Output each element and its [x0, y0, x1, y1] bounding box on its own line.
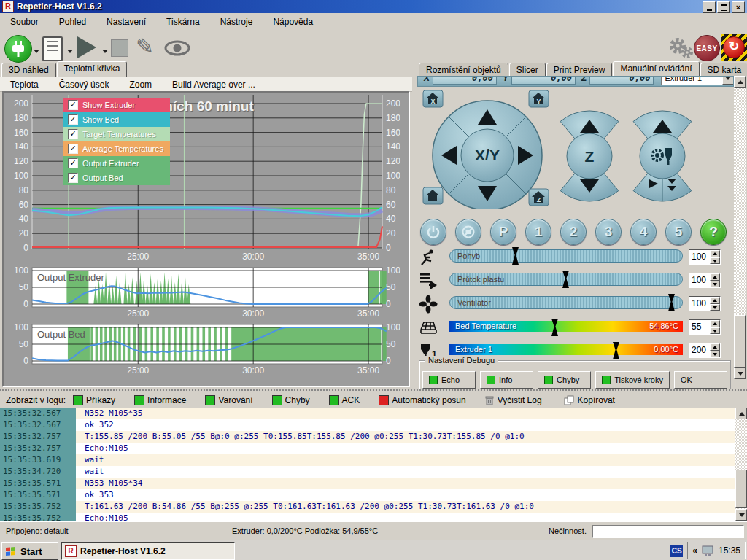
chart-menu-item[interactable]: Build Average over ... [162, 79, 266, 90]
debug-toggle-echo[interactable]: Echo [422, 371, 476, 389]
legend-checkbox[interactable]: ✓ [68, 100, 78, 110]
connect-button[interactable] [4, 35, 32, 63]
preset-4-button[interactable]: 4 [630, 219, 657, 245]
menu-item-nastaven-[interactable]: Nastavení [96, 15, 156, 29]
log-scroll-up[interactable] [735, 408, 747, 419]
spinner-arrows[interactable] [710, 320, 720, 334]
spinner-arrows[interactable] [710, 343, 720, 357]
value-spinner[interactable]: 100 [689, 296, 721, 311]
tray-collapse-button[interactable]: « [692, 545, 697, 556]
tab-rozm-st-n-objekt-[interactable]: Rozmístění objektů [419, 63, 508, 77]
legend-checkbox[interactable]: ✓ [68, 173, 78, 183]
legend-checkbox[interactable]: ✓ [68, 114, 78, 125]
log-toggle-varov-n-[interactable]: Varování [205, 395, 252, 405]
debug-toggle-ok[interactable]: OK [674, 371, 727, 389]
value-spinner[interactable]: 200 [689, 343, 721, 358]
close-button[interactable]: × [732, 1, 745, 13]
slider-thumb[interactable] [512, 247, 519, 265]
slider-thumb[interactable] [551, 319, 558, 336]
display-tray-icon[interactable] [702, 545, 715, 556]
tab-print-preview[interactable]: Print Preview [546, 63, 613, 77]
load-dropdown-arrow[interactable] [67, 50, 73, 53]
power-button[interactable] [420, 219, 446, 245]
log-toggle-chyby[interactable]: Chyby [272, 395, 310, 405]
slider-track[interactable]: Bed Temperature54,86°C [449, 321, 683, 332]
emergency-stop-button[interactable]: ↻ [721, 34, 747, 61]
scroll-down-button[interactable] [734, 368, 746, 379]
eye-icon[interactable] [163, 39, 191, 60]
chevron-down-icon[interactable] [722, 76, 734, 85]
legend-item[interactable]: ✓Show Bed [63, 112, 170, 127]
debug-toggle-chyby[interactable]: Chyby [538, 371, 591, 389]
tab-sd-karta[interactable]: SD karta [700, 63, 747, 77]
slider-thumb[interactable] [668, 294, 675, 311]
park-button[interactable]: P [490, 219, 516, 245]
tab-3d-n-hled[interactable]: 3D náhled [1, 63, 56, 77]
chart-menu-item[interactable]: Zoom [119, 79, 162, 90]
spinner-down-arrow[interactable] [710, 257, 720, 265]
clear-log-button[interactable]: Vyčistit Log [485, 395, 542, 405]
debug-toggle-info[interactable]: Info [480, 371, 533, 389]
home-y-button[interactable]: Y [529, 90, 549, 107]
print-dropdown-arrow[interactable] [102, 50, 108, 53]
extruder-jog-pad[interactable] [633, 111, 692, 201]
title-bar[interactable]: R Repetier-Host V1.6.2 × [0, 0, 747, 13]
value-spinner[interactable]: 100 [689, 249, 721, 265]
spinner-down-arrow[interactable] [710, 351, 720, 358]
legend-item[interactable]: ✓Show Extruder [63, 98, 170, 112]
menu-item-n-pov-da[interactable]: Nápověda [263, 15, 323, 29]
spinner-down-arrow[interactable] [710, 304, 720, 311]
spinner-up-arrow[interactable] [710, 250, 720, 257]
copy-log-button[interactable]: Kopírovat [564, 395, 615, 405]
home-all-button[interactable] [423, 187, 443, 204]
log-toggle-automatick-posun[interactable]: Automatický posun [379, 395, 465, 405]
start-button[interactable]: Start [1, 542, 58, 560]
legend-checkbox[interactable]: ✓ [68, 158, 78, 168]
preset-3-button[interactable]: 3 [595, 219, 622, 245]
log-toggle-p-kazy[interactable]: Příkazy [73, 395, 115, 405]
menu-item-soubor[interactable]: Soubor [0, 15, 49, 29]
slider-thumb[interactable] [613, 342, 619, 359]
spinner-arrows[interactable] [710, 273, 720, 287]
language-indicator[interactable]: CS [670, 545, 683, 557]
preset-5-button[interactable]: 5 [665, 219, 692, 245]
spinner-arrows[interactable] [710, 297, 720, 311]
preset-2-button[interactable]: 2 [560, 219, 587, 245]
home-z-button[interactable]: Z [529, 189, 549, 206]
legend-checkbox[interactable]: ✓ [68, 129, 78, 139]
legend-item[interactable]: ✓Average Temperatures [63, 141, 170, 156]
start-print-button[interactable] [77, 36, 96, 58]
extruder-select[interactable]: Extruder 1 [661, 76, 734, 85]
value-spinner[interactable]: 55 [689, 319, 721, 335]
log-scroll-down[interactable] [735, 509, 747, 521]
slider-track[interactable]: Průtok plastu [449, 273, 683, 286]
slider-track[interactable]: Ventilátor [449, 296, 683, 309]
menu-item-pohled[interactable]: Pohled [49, 15, 96, 29]
motors-off-button[interactable] [455, 219, 481, 245]
spinner-up-arrow[interactable] [710, 297, 720, 304]
home-x-button[interactable]: X [423, 90, 443, 107]
minimize-button[interactable] [703, 1, 716, 13]
settings-gears-icon[interactable] [668, 36, 693, 61]
legend-item[interactable]: ✓Target Temperatures [63, 127, 170, 141]
taskbar-app-button[interactable]: R Repetier-Host V1.6.2 [61, 542, 235, 560]
spinner-down-arrow[interactable] [710, 327, 720, 335]
connect-dropdown-arrow[interactable] [34, 50, 39, 53]
chart-menu-item[interactable]: Časový úsek [49, 79, 120, 90]
chart-menu-item[interactable]: Teplota [0, 79, 49, 90]
log-toggle-ack[interactable]: ACK [329, 395, 360, 405]
z-jog-pad[interactable]: Z [560, 111, 619, 201]
easy-mode-button[interactable]: EASY [694, 35, 720, 61]
spinner-arrows[interactable] [710, 250, 720, 264]
slider-thumb[interactable] [562, 271, 569, 288]
legend-item[interactable]: ✓Output Extruder [63, 156, 170, 171]
scroll-up-button[interactable] [734, 76, 746, 88]
panel-scrollbar[interactable] [734, 76, 746, 379]
spinner-up-arrow[interactable] [710, 343, 720, 351]
legend-checkbox[interactable]: ✓ [68, 144, 78, 154]
log-scrollbar[interactable] [735, 408, 747, 521]
slider-track[interactable]: Extruder 10,00°C [449, 344, 683, 355]
log-output[interactable]: 15:35:32.567N352 M105*3515:35:32.567ok 3… [0, 408, 747, 521]
stop-print-button[interactable] [111, 39, 128, 57]
slider-track[interactable]: Pohyb [449, 249, 683, 262]
